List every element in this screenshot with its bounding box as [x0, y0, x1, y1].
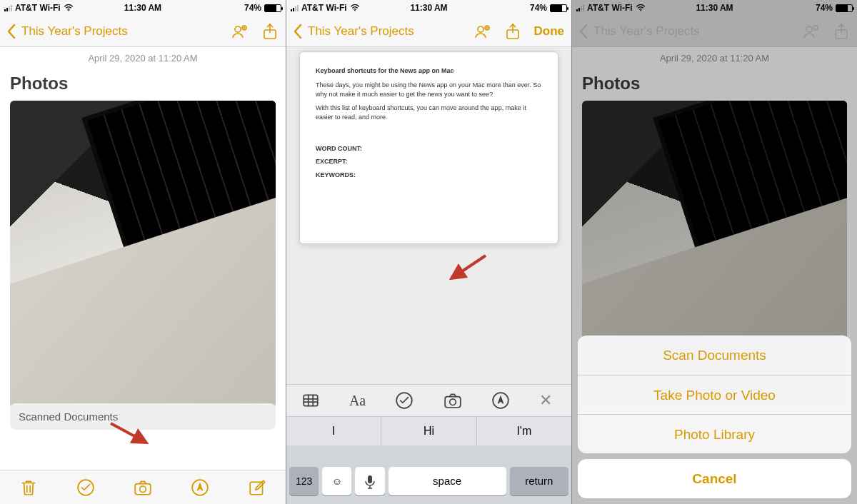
markup-icon[interactable] [491, 391, 510, 410]
share-icon[interactable] [261, 23, 279, 40]
doc-keywords: KEYWORDS: [316, 171, 542, 181]
camera-icon[interactable] [134, 478, 152, 497]
suggestion-3[interactable]: I'm [476, 417, 571, 445]
svg-rect-15 [445, 397, 461, 408]
wifi-icon [64, 4, 74, 11]
collaborate-icon[interactable] [231, 23, 249, 40]
key-123[interactable]: 123 [289, 467, 319, 495]
camera-action-sheet: Scan Documents Take Photo or Video Photo… [578, 336, 851, 498]
svg-point-9 [354, 10, 356, 11]
bottom-toolbar [0, 470, 286, 504]
camera-icon[interactable] [443, 391, 462, 410]
nav-bar: This Year's Projects Done [286, 16, 571, 47]
note-title[interactable]: Photos [10, 69, 276, 101]
checklist-icon[interactable] [76, 478, 95, 497]
note-body[interactable]: Keyboard shortcuts for the News app on M… [286, 47, 571, 504]
svg-point-10 [478, 26, 483, 32]
table-icon[interactable] [301, 391, 320, 410]
embedded-photo[interactable] [10, 101, 276, 408]
doc-wordcount: WORD COUNT: [316, 144, 542, 154]
svg-point-16 [449, 399, 456, 405]
screen-2-keyboard-camera: AT&T Wi-Fi 11:30 AM 74% This Year's Proj… [286, 0, 571, 504]
screen-1-note-toolbar: AT&T Wi-Fi 11:30 AM 74% This Year's Proj… [0, 0, 286, 504]
signal-icon [4, 4, 12, 11]
back-button[interactable]: This Year's Projects [308, 24, 468, 39]
screen-3-action-sheet: AT&T Wi-Fi 11:30 AM 74% This Year's Proj… [571, 0, 857, 504]
keyboard: 123 ☺ space return [286, 445, 571, 504]
svg-rect-5 [135, 483, 151, 494]
back-chevron-icon[interactable] [7, 24, 16, 39]
collaborate-icon[interactable] [474, 23, 491, 40]
quicktype-suggestions: I Hi I'm [286, 417, 571, 445]
doc-excerpt: EXCERPT: [316, 157, 542, 167]
clock: 11:30 AM [96, 3, 189, 13]
battery-pct: 74% [530, 3, 547, 13]
annotation-arrow [443, 254, 493, 283]
key-mic[interactable] [355, 467, 384, 495]
wifi-icon [350, 4, 360, 11]
text-format-icon[interactable]: Aa [349, 393, 366, 409]
suggestion-1[interactable]: I [286, 417, 381, 445]
svg-rect-18 [368, 475, 372, 483]
battery-pct: 74% [244, 3, 261, 13]
close-format-bar-icon[interactable]: ✕ [539, 391, 556, 410]
note-body[interactable]: April 29, 2020 at 11:20 AM Photos Scanne… [0, 47, 286, 470]
battery-icon [264, 4, 281, 12]
doc-p2: With this list of keyboard shortcuts, yo… [316, 104, 542, 123]
doc-p1: These days, you might be using the News … [316, 81, 542, 100]
clock: 11:30 AM [383, 3, 475, 13]
note-timestamp: April 29, 2020 at 11:20 AM [10, 47, 276, 69]
carrier-label: AT&T Wi-Fi [301, 3, 347, 13]
svg-point-0 [68, 10, 69, 11]
kb-row-bottom: 123 ☺ space return [289, 467, 568, 495]
key-return[interactable]: return [510, 467, 568, 495]
signal-icon [291, 4, 299, 11]
svg-point-6 [140, 485, 146, 492]
trash-icon[interactable] [19, 478, 38, 497]
battery-icon [550, 4, 567, 12]
share-icon[interactable] [504, 23, 521, 40]
carrier-label: AT&T Wi-Fi [15, 3, 61, 13]
markup-icon[interactable] [191, 478, 209, 497]
scanned-document-preview[interactable]: Keyboard shortcuts for the News app on M… [299, 51, 558, 244]
scan-documents-option[interactable]: Scan Documents [578, 336, 851, 375]
nav-bar: This Year's Projects [0, 16, 286, 47]
key-emoji[interactable]: ☺ [322, 467, 351, 495]
svg-point-1 [235, 26, 241, 32]
action-sheet-options: Scan Documents Take Photo or Video Photo… [578, 336, 851, 453]
doc-heading: Keyboard shortcuts for the News app on M… [316, 66, 542, 76]
status-bar: AT&T Wi-Fi 11:30 AM 74% [286, 0, 571, 16]
checklist-icon[interactable] [395, 391, 414, 410]
photo-library-option[interactable]: Photo Library [578, 414, 851, 453]
back-button[interactable]: This Year's Projects [21, 24, 226, 39]
scanned-documents-attachment[interactable]: Scanned Documents [10, 403, 276, 430]
back-chevron-icon[interactable] [294, 24, 302, 39]
compose-icon[interactable] [248, 478, 266, 497]
status-bar: AT&T Wi-Fi 11:30 AM 74% [0, 0, 286, 16]
key-space[interactable]: space [389, 467, 506, 495]
svg-rect-13 [304, 395, 318, 405]
format-bar: Aa ✕ [286, 384, 571, 417]
suggestion-2[interactable]: Hi [381, 417, 476, 445]
take-photo-option[interactable]: Take Photo or Video [578, 375, 851, 414]
cancel-button[interactable]: Cancel [578, 459, 851, 498]
done-button[interactable]: Done [534, 24, 565, 39]
